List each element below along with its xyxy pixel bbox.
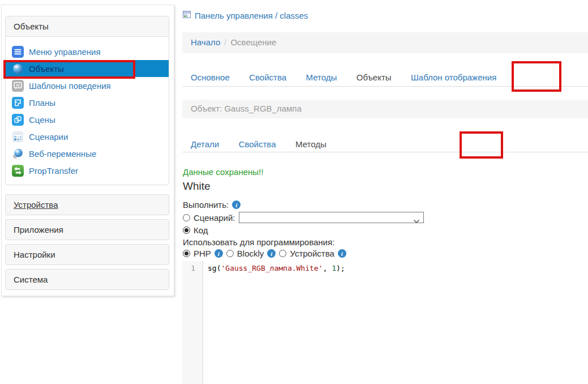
sidebar-item-proptransfer[interactable]: PropTransfer xyxy=(6,162,169,179)
programming-label-row: Использовать для программирования: xyxy=(183,237,334,247)
method-title: White xyxy=(183,180,211,193)
sidebar-item-scenes[interactable]: Сцены xyxy=(6,111,169,128)
devices-label: Устройства xyxy=(290,249,334,258)
sidebar-item-label: Сценарии xyxy=(29,132,68,142)
sidebar-objects-panel: Объекты Меню управления Объекты xyxy=(5,16,169,185)
main-content: Панель управления / classes Начало/Освещ… xyxy=(182,0,588,384)
info-icon[interactable]: i xyxy=(232,200,241,209)
devices-info-icon[interactable]: i xyxy=(338,249,346,258)
object-title-bar: Объект: Gauss_RGB_лампа xyxy=(182,100,588,118)
language-row: PHP i Blockly i Устройства i xyxy=(183,249,346,258)
blockly-radio[interactable] xyxy=(226,250,234,257)
breadcrumb-current: Освещение xyxy=(230,37,276,47)
devices-radio[interactable] xyxy=(279,250,286,257)
sidebar-item-web-variables[interactable]: Веб-переменные xyxy=(6,145,169,162)
scenario-row: Сценарий: xyxy=(183,212,424,223)
saved-message: Данные сохранены!! xyxy=(183,167,263,177)
sidebar-item-objects[interactable]: Объекты xyxy=(6,60,169,77)
php-radio[interactable] xyxy=(183,250,190,257)
sidebar-section-label: Устройства xyxy=(14,200,58,210)
execute-row: Выполнить: i xyxy=(183,200,241,210)
blockly-info-icon[interactable]: i xyxy=(267,249,276,258)
sidebar-item-control-menu[interactable]: Меню управления xyxy=(6,43,169,60)
php-label: PHP xyxy=(194,249,211,258)
page: Объекты Меню управления Объекты xyxy=(0,0,588,384)
svg-text:M: M xyxy=(16,83,19,88)
class-tabs: Основное Свойства Методы Объекты Шаблон … xyxy=(182,67,588,87)
code-string: 'Gauss_RGB_лампа.White' xyxy=(221,264,323,272)
php-info-icon[interactable]: i xyxy=(214,249,223,258)
breadcrumb: Начало/Освещение xyxy=(182,32,588,53)
line-number: 1 xyxy=(182,261,203,272)
scenarios-icon xyxy=(12,131,24,143)
plans-icon xyxy=(12,97,24,109)
web-variables-icon xyxy=(12,148,24,160)
control-panel-link-label: Панель управления / classes xyxy=(195,11,308,20)
sidebar-section-label: Настройки xyxy=(14,250,55,259)
tab-objects[interactable]: Объекты xyxy=(348,67,400,87)
code-editor: 1 sg('Gauss_RGB_лампа.White', 1); xyxy=(182,261,588,384)
code-end: ); xyxy=(336,264,345,272)
code-mode-row: Код xyxy=(183,225,208,235)
sidebar-section-label: Система xyxy=(14,275,48,284)
behavior-template-icon: M xyxy=(12,80,24,92)
sidebar-section-label: Приложения xyxy=(14,225,63,234)
scenario-radio[interactable] xyxy=(183,214,190,221)
sidebar-item-label: Меню управления xyxy=(29,47,101,57)
tab-methods[interactable]: Методы xyxy=(298,67,346,87)
sidebar-section-devices[interactable]: Устройства xyxy=(5,194,169,215)
subtab-details[interactable]: Детали xyxy=(182,134,228,154)
panel-window-icon xyxy=(182,10,191,21)
sidebar-menu: Меню управления Объекты M Шаблоны поведе… xyxy=(6,37,169,185)
code-editor-gutter: 1 xyxy=(182,261,203,384)
sidebar-item-scenarios[interactable]: Сценарии xyxy=(6,128,169,145)
scenario-select[interactable] xyxy=(239,212,424,223)
sidebar-item-label: Веб-переменные xyxy=(29,149,96,159)
sidebar-item-label: Планы xyxy=(29,98,55,108)
tab-display-template[interactable]: Шаблон отображения xyxy=(402,67,505,87)
proptransfer-icon xyxy=(12,165,24,177)
breadcrumb-separator: / xyxy=(220,37,230,47)
code-editor-text[interactable]: sg('Gauss_RGB_лампа.White', 1); xyxy=(208,264,588,272)
subtab-properties[interactable]: Свойства xyxy=(230,134,285,154)
object-subtabs: Детали Свойства Методы xyxy=(182,134,588,152)
sidebar-section-applications[interactable]: Приложения xyxy=(5,219,169,240)
execute-label: Выполнить: xyxy=(183,200,229,210)
globe-icon xyxy=(12,63,24,75)
programming-label: Использовать для программирования: xyxy=(183,237,334,247)
sidebar-item-plans[interactable]: Планы xyxy=(6,94,169,111)
scenario-label: Сценарий: xyxy=(194,213,235,223)
code-number: 1 xyxy=(332,264,336,272)
blockly-label: Blockly xyxy=(237,249,264,258)
sidebar-item-label: Сцены xyxy=(29,115,55,125)
chevron-down-icon xyxy=(413,216,420,225)
control-menu-icon xyxy=(12,46,24,58)
code-radio[interactable] xyxy=(183,227,190,234)
sidebar-item-label: Шаблоны поведения xyxy=(29,81,111,91)
sidebar-section-settings[interactable]: Настройки xyxy=(5,244,169,265)
tab-main[interactable]: Основное xyxy=(182,67,238,87)
code-fn: sg( xyxy=(208,264,221,272)
code-label: Код xyxy=(194,225,208,235)
sidebar-item-behavior-templates[interactable]: M Шаблоны поведения xyxy=(6,77,169,94)
breadcrumb-home-link[interactable]: Начало xyxy=(191,37,220,47)
scenes-icon xyxy=(12,114,24,126)
sidebar: Объекты Меню управления Объекты xyxy=(1,5,174,296)
sidebar-panel-title[interactable]: Объекты xyxy=(6,16,169,37)
code-sep: , xyxy=(323,264,332,272)
sidebar-item-label: Объекты xyxy=(29,64,64,74)
subtab-methods[interactable]: Методы xyxy=(287,134,335,154)
sidebar-section-system[interactable]: Система xyxy=(5,269,169,290)
tab-properties[interactable]: Свойства xyxy=(241,67,295,87)
sidebar-item-label: PropTransfer xyxy=(29,166,78,176)
control-panel-link[interactable]: Панель управления / classes xyxy=(182,10,308,21)
